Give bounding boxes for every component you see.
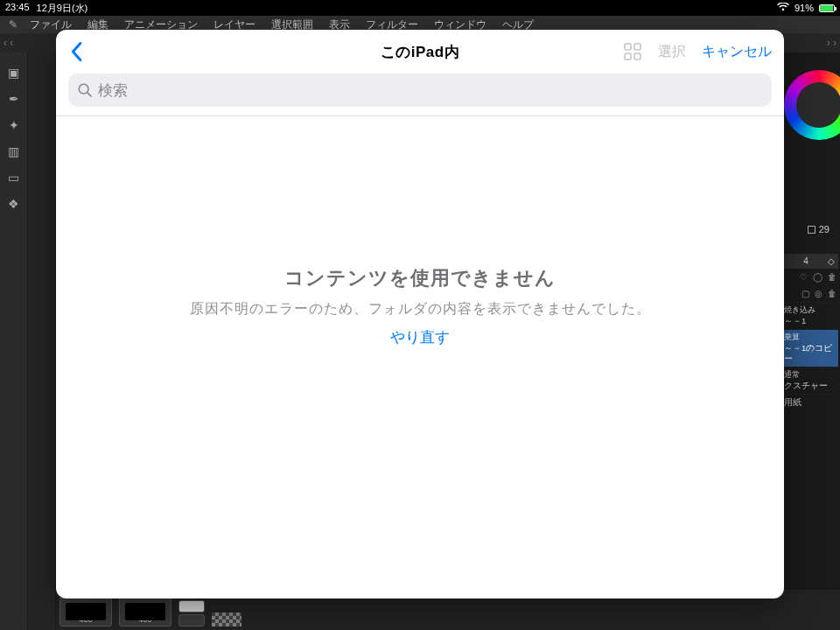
layer-panel-header: 4◇ [780,254,838,269]
retry-button[interactable]: やり直す [390,327,450,347]
tool-crop-icon[interactable]: ▣ [4,62,24,83]
empty-body: 原因不明のエラーのため、フォルダの内容を表示できませんでした。 [82,300,758,318]
layer-item[interactable]: 焼き込み ～－1 [780,302,838,329]
layer-panel-icons-2: ▢ ◎ 🗑 [780,285,838,302]
tool-strip-secondary: ≡ [28,33,56,630]
transparency-swatch[interactable] [212,612,242,626]
color-triangle[interactable] [808,91,828,116]
header-divider [56,116,784,116]
search-placeholder: 検索 [98,80,128,101]
color-wheel[interactable] [784,70,840,140]
chevron-left-icon [68,41,84,62]
toolbar-chevrons-left[interactable]: ‹ ‹ [0,37,17,49]
tool-strip-primary: ⊕ ▣ ✒ ✦ ▥ ▭ ❖ [0,33,28,630]
layer-panel-icons: ♡ ◯ 🗑 [780,269,838,285]
layer-item-active[interactable]: 乗算 ～－1のコピー [780,329,838,367]
status-time: 23:45 [5,2,30,15]
battery-icon [819,4,835,12]
modal-header: このiPad内 選択 キャンセル [56,30,784,74]
search-input[interactable]: 検索 [68,74,772,107]
search-wrap: 検索 [56,74,784,116]
svg-point-4 [79,84,88,94]
layer-count: 4 [803,256,808,266]
empty-heading: コンテンツを使用できません [82,265,758,291]
wifi-icon [777,3,789,13]
tool-pen-icon[interactable]: ✒ [4,88,24,109]
mask-icon[interactable]: ◯ [813,272,822,282]
battery-percent: 91% [794,3,814,13]
trash-icon[interactable]: 🗑 [828,272,836,282]
fg-color-swatch[interactable] [178,600,205,612]
grid-view-icon[interactable] [623,42,642,61]
layer-panel: 4◇ ♡ ◯ 🗑 ▢ ◎ 🗑 焼き込み ～－1 乗算 ～－1のコピー 通常 クス… [780,254,838,411]
app-logo-icon[interactable]: ✎ [5,18,21,31]
svg-rect-3 [634,53,640,60]
square-icon[interactable]: ▢ [802,289,809,298]
file-picker-modal: このiPad内 選択 キャンセル 検索 コンテンツを使用できません 原因不明のエ… [56,30,784,598]
tool-page-icon[interactable]: ▭ [4,167,24,188]
svg-rect-0 [625,44,631,50]
tool-misc-icon[interactable]: ❖ [4,193,24,214]
tool-brush-icon[interactable]: ✦ [4,115,24,136]
tool-layers-icon[interactable]: ▥ [4,141,24,162]
palette-icon [808,226,816,234]
layer-item[interactable]: 用紙 [780,394,838,410]
toolbar-chevrons-right[interactable]: › › [823,37,840,49]
right-panels: 29 4◇ ♡ ◯ 🗑 ▢ ◎ 🗑 焼き込み ～－1 乗算 ～－1のコピー 通常… [779,52,840,578]
select-button[interactable]: 選択 [658,43,686,61]
status-date: 12月9日(水) [37,2,88,15]
svg-rect-2 [625,53,631,60]
brush-size-swatch-1[interactable]: 400 [60,597,112,626]
status-bar: 23:45 12月9日(水) 91% [0,0,840,16]
cancel-button[interactable]: キャンセル [702,43,772,61]
brush-size-value-1: 400 [79,615,92,624]
heart-icon[interactable]: ♡ [800,272,808,282]
layer-item[interactable]: 通常 クスチャー [780,367,838,394]
search-icon [77,82,93,98]
palette-count: 29 [808,224,830,234]
svg-rect-1 [634,44,640,50]
brush-size-value-2: 400 [138,615,151,624]
empty-state: コンテンツを使用できません 原因不明のエラーのため、フォルダの内容を表示できませ… [56,265,784,347]
svg-line-5 [88,93,91,96]
bg-color-swatch[interactable] [178,614,205,626]
back-button[interactable] [68,41,84,62]
target-icon[interactable]: ◎ [815,289,822,298]
brush-size-swatch-2[interactable]: 400 [119,597,172,626]
trash-icon[interactable]: 🗑 [828,289,836,298]
